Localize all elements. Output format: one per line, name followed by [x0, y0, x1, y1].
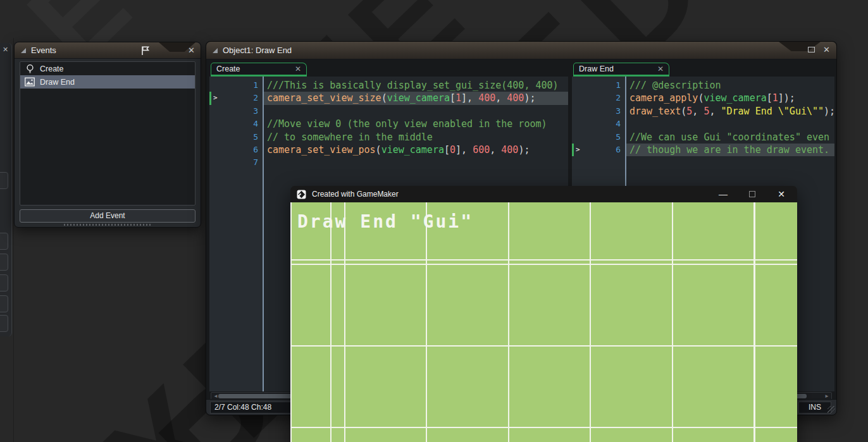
editor-window-title: Object1: Draw End: [223, 46, 292, 55]
gamemaker-logo-icon: [297, 190, 306, 199]
code-text: [626, 118, 834, 130]
left-partial-panel: ✕: [0, 43, 12, 336]
event-item-create[interactable]: Create: [20, 62, 195, 75]
tab-create[interactable]: Create✕: [211, 63, 307, 77]
line-number: 1: [209, 79, 264, 92]
code-text: // though we are in the draw event.: [626, 144, 834, 156]
partial-button[interactable]: [0, 295, 8, 312]
code-line[interactable]: 2camera_set_view_size(view_camera[1], 40…: [209, 92, 568, 104]
close-icon[interactable]: ✕: [767, 189, 796, 199]
add-event-button[interactable]: Add Event: [20, 209, 195, 223]
code-text: //We can use Gui "coordinates" even: [626, 131, 834, 144]
code-line[interactable]: 4: [572, 118, 834, 130]
code-text: [264, 156, 568, 169]
events-panel-title: Events: [31, 46, 56, 55]
collapse-triangle-icon[interactable]: [213, 48, 218, 53]
line-number: 5: [572, 131, 626, 144]
code-line[interactable]: 6// though we are in the draw event.: [572, 144, 834, 156]
line-number: 4: [209, 118, 264, 130]
event-item-label: Create: [40, 64, 64, 73]
tab-close-icon[interactable]: ✕: [657, 65, 664, 73]
event-item-label: Draw End: [40, 78, 75, 87]
code-text: camera_set_view_pos(view_camera[0], 600,…: [264, 144, 568, 156]
event-list: CreateDraw End: [20, 61, 195, 206]
line-number: 3: [572, 105, 626, 118]
editor-window-header[interactable]: Object1: Draw End ✕: [206, 42, 836, 59]
code-line[interactable]: 5//We can use Gui "coordinates" even: [572, 131, 834, 144]
code-line[interactable]: 7: [209, 156, 568, 169]
code-text: camera_set_view_size(view_camera[1], 400…: [264, 92, 568, 104]
tab-label: Draw End: [579, 64, 657, 73]
event-item-draw-end[interactable]: Draw End: [20, 75, 195, 89]
tab-label: Create: [216, 64, 295, 73]
line-number: 3: [209, 105, 264, 118]
code-line[interactable]: 2camera_apply(view_camera[1]);: [572, 92, 834, 104]
partial-button[interactable]: [0, 315, 8, 332]
code-text: draw_text(5, 5, "Draw End \"Gui\"");: [626, 105, 834, 118]
code-text: /// @description: [626, 79, 834, 92]
partial-button[interactable]: [0, 172, 8, 189]
line-number: 1: [572, 79, 626, 92]
tab-strip: Draw End✕: [572, 63, 834, 77]
insert-mode-status: INS: [798, 402, 831, 414]
game-titlebar[interactable]: Created with GameMaker — ✕: [290, 186, 797, 202]
partial-button[interactable]: [0, 254, 8, 271]
code-line[interactable]: 1/// @description: [572, 79, 834, 92]
desktop: PIXELATED POPE TE E ✕ Events ✕ CreateDra…: [0, 0, 868, 442]
line-number: 5: [209, 131, 264, 144]
current-line-marker-icon: [572, 144, 582, 156]
code-text: ///This is basically display_set_gui_siz…: [264, 79, 568, 92]
maximize-icon[interactable]: [738, 191, 767, 197]
events-panel-header[interactable]: Events ✕: [15, 42, 201, 59]
code-line[interactable]: 1///This is basically display_set_gui_si…: [209, 79, 568, 92]
line-number: 2: [572, 92, 626, 104]
minimize-icon[interactable]: —: [709, 189, 738, 199]
partial-button[interactable]: [0, 274, 8, 292]
code-line[interactable]: 3: [209, 105, 568, 118]
image-icon: [25, 77, 35, 87]
tab-draw-end[interactable]: Draw End✕: [573, 63, 669, 77]
code-text: camera_apply(view_camera[1]);: [626, 92, 834, 104]
tab-close-icon[interactable]: ✕: [295, 65, 301, 73]
resize-handle[interactable]: [64, 224, 152, 226]
maximize-icon[interactable]: [808, 47, 815, 52]
partial-button[interactable]: [0, 233, 8, 250]
code-line[interactable]: 3draw_text(5, 5, "Draw End \"Gui\"");: [572, 105, 834, 118]
tab-strip: Create✕: [209, 63, 568, 77]
events-panel: Events ✕ CreateDraw End Add Event: [14, 42, 201, 228]
code-line[interactable]: 6camera_set_view_pos(view_camera[0], 600…: [209, 144, 568, 156]
code-text: // to somewhere in the middle: [264, 131, 568, 144]
flag-icon: [140, 45, 151, 59]
game-window-title: Created with GameMaker: [312, 190, 399, 199]
game-window: Created with GameMaker — ✕ Draw End "Gui…: [290, 186, 797, 442]
line-number: 4: [572, 118, 626, 130]
resize-grip[interactable]: [828, 406, 835, 414]
drawn-gui-text: Draw End "Gui": [297, 211, 473, 232]
code-line[interactable]: 4//Move view 0 (the only view enabled in…: [209, 118, 568, 130]
close-icon[interactable]: ✕: [823, 46, 830, 54]
close-icon[interactable]: ✕: [3, 46, 8, 53]
code-line[interactable]: 5// to somewhere in the middle: [209, 131, 568, 144]
code-text: //Move view 0 (the only view enabled in …: [264, 118, 568, 130]
close-icon[interactable]: ✕: [188, 46, 195, 54]
collapse-triangle-icon[interactable]: [21, 48, 26, 53]
game-canvas: Draw End "Gui": [290, 202, 797, 442]
current-line-marker-icon: [209, 92, 220, 104]
line-number: 6: [209, 144, 264, 156]
line-number: 7: [209, 156, 264, 169]
lightbulb-icon: [25, 64, 35, 74]
code-text: [264, 105, 568, 118]
